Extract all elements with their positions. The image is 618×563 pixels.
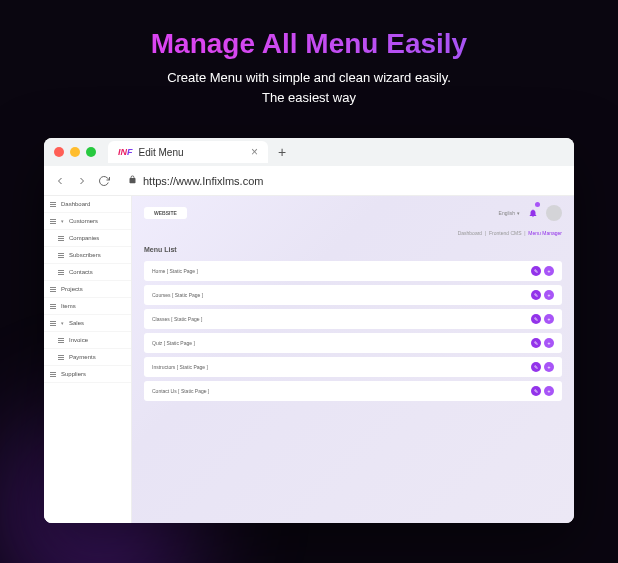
sidebar-item-label: Customers bbox=[69, 218, 98, 224]
sidebar-item-label: Contacts bbox=[69, 269, 93, 275]
add-button[interactable]: + bbox=[544, 266, 554, 276]
edit-button[interactable]: ✎ bbox=[531, 266, 541, 276]
browser-tab-bar: INF Edit Menu × + bbox=[44, 138, 574, 166]
add-button[interactable]: + bbox=[544, 290, 554, 300]
breadcrumb-current: Menu Manager bbox=[528, 230, 562, 236]
sidebar-item[interactable]: Contacts bbox=[44, 264, 131, 281]
menu-row-label: Instructors [ Static Page ] bbox=[152, 364, 208, 370]
menu-icon bbox=[58, 253, 64, 258]
add-button[interactable]: + bbox=[544, 362, 554, 372]
chevron-down-icon: ▾ bbox=[61, 320, 64, 326]
hero-subtitle: Create Menu with simple and clean wizard… bbox=[0, 68, 618, 107]
edit-button[interactable]: ✎ bbox=[531, 338, 541, 348]
maximize-window-icon[interactable] bbox=[86, 147, 96, 157]
favicon-icon: INF bbox=[118, 147, 133, 157]
avatar[interactable] bbox=[546, 205, 562, 221]
edit-button[interactable]: ✎ bbox=[531, 362, 541, 372]
url-input[interactable]: https://www.Infixlms.com bbox=[120, 175, 564, 187]
sidebar-item-label: Payments bbox=[69, 354, 96, 360]
menu-icon bbox=[58, 270, 64, 275]
menu-icon bbox=[58, 236, 64, 241]
menu-row-label: Classes [ Static Page ] bbox=[152, 316, 202, 322]
sidebar-item-label: Invoice bbox=[69, 337, 88, 343]
menu-icon bbox=[50, 372, 56, 377]
edit-button[interactable]: ✎ bbox=[531, 290, 541, 300]
menu-row[interactable]: Home [ Static Page ]✎+ bbox=[144, 261, 562, 281]
sidebar-item[interactable]: Companies bbox=[44, 230, 131, 247]
lock-icon bbox=[128, 175, 137, 186]
add-button[interactable]: + bbox=[544, 338, 554, 348]
chevron-down-icon: ▾ bbox=[517, 210, 520, 216]
menu-icon bbox=[50, 304, 56, 309]
menu-icon bbox=[58, 355, 64, 360]
sidebar: Dashboard▾CustomersCompaniesSubscribersC… bbox=[44, 196, 132, 523]
sidebar-item[interactable]: Suppliers bbox=[44, 366, 131, 383]
menu-icon bbox=[50, 287, 56, 292]
sidebar-item-label: Items bbox=[61, 303, 76, 309]
menu-row[interactable]: Courses [ Static Page ]✎+ bbox=[144, 285, 562, 305]
menu-row[interactable]: Instructors [ Static Page ]✎+ bbox=[144, 357, 562, 377]
website-chip[interactable]: WEBSITE bbox=[144, 207, 187, 219]
menu-row-label: Home [ Static Page ] bbox=[152, 268, 198, 274]
language-selector[interactable]: English ▾ bbox=[499, 210, 520, 216]
address-bar: https://www.Infixlms.com bbox=[44, 166, 574, 196]
sidebar-item[interactable]: ▾Customers bbox=[44, 213, 131, 230]
menu-icon bbox=[58, 338, 64, 343]
breadcrumb-link[interactable]: Frontend CMS bbox=[489, 230, 522, 236]
back-button[interactable] bbox=[54, 175, 66, 187]
menu-row-label: Quiz [ Static Page ] bbox=[152, 340, 195, 346]
sidebar-item[interactable]: Invoice bbox=[44, 332, 131, 349]
breadcrumb-link[interactable]: Dashboard bbox=[458, 230, 482, 236]
url-text: https://www.Infixlms.com bbox=[143, 175, 263, 187]
browser-window: INF Edit Menu × + https://www.Infixlms.c… bbox=[44, 138, 574, 523]
menu-row[interactable]: Classes [ Static Page ]✎+ bbox=[144, 309, 562, 329]
menu-row-label: Contact Us [ Static Page ] bbox=[152, 388, 209, 394]
close-window-icon[interactable] bbox=[54, 147, 64, 157]
sidebar-item[interactable]: Subscribers bbox=[44, 247, 131, 264]
edit-button[interactable]: ✎ bbox=[531, 314, 541, 324]
sidebar-item-label: Dashboard bbox=[61, 201, 90, 207]
notifications-button[interactable] bbox=[528, 204, 538, 222]
menu-list: Home [ Static Page ]✎+Courses [ Static P… bbox=[144, 261, 562, 401]
sidebar-item-label: Sales bbox=[69, 320, 84, 326]
sidebar-item[interactable]: Items bbox=[44, 298, 131, 315]
sidebar-item[interactable]: Payments bbox=[44, 349, 131, 366]
menu-icon bbox=[50, 202, 56, 207]
minimize-window-icon[interactable] bbox=[70, 147, 80, 157]
forward-button[interactable] bbox=[76, 175, 88, 187]
menu-icon bbox=[50, 219, 56, 224]
hero-title: Manage All Menu Easily bbox=[0, 28, 618, 60]
menu-row[interactable]: Contact Us [ Static Page ]✎+ bbox=[144, 381, 562, 401]
menu-icon bbox=[50, 321, 56, 326]
chevron-down-icon: ▾ bbox=[61, 218, 64, 224]
notification-badge bbox=[535, 202, 540, 207]
close-tab-icon[interactable]: × bbox=[251, 145, 258, 159]
browser-tab[interactable]: INF Edit Menu × bbox=[108, 141, 268, 163]
breadcrumb: Dashboard | Frontend CMS | Menu Manager bbox=[144, 230, 562, 236]
section-title: Menu List bbox=[144, 246, 562, 253]
sidebar-item-label: Suppliers bbox=[61, 371, 86, 377]
tab-title: Edit Menu bbox=[139, 147, 184, 158]
sidebar-item-label: Projects bbox=[61, 286, 83, 292]
sidebar-item[interactable]: Projects bbox=[44, 281, 131, 298]
edit-button[interactable]: ✎ bbox=[531, 386, 541, 396]
sidebar-item-label: Companies bbox=[69, 235, 99, 241]
sidebar-item[interactable]: Dashboard bbox=[44, 196, 131, 213]
menu-row[interactable]: Quiz [ Static Page ]✎+ bbox=[144, 333, 562, 353]
bell-icon bbox=[528, 208, 538, 218]
reload-button[interactable] bbox=[98, 175, 110, 187]
sidebar-item-label: Subscribers bbox=[69, 252, 101, 258]
add-button[interactable]: + bbox=[544, 314, 554, 324]
new-tab-button[interactable]: + bbox=[278, 144, 286, 160]
menu-row-label: Courses [ Static Page ] bbox=[152, 292, 203, 298]
sidebar-item[interactable]: ▾Sales bbox=[44, 315, 131, 332]
add-button[interactable]: + bbox=[544, 386, 554, 396]
